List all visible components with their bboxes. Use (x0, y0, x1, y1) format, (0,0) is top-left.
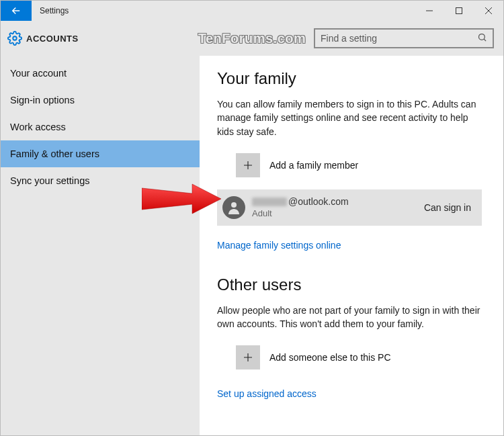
sidebar-item-work-access[interactable]: Work access (1, 114, 200, 140)
other-users-section: Other users Allow people who are not par… (217, 275, 482, 400)
svg-point-3 (231, 202, 237, 208)
content: Your family You can allow family members… (200, 56, 503, 435)
family-description: You can allow family members to sign in … (217, 97, 482, 138)
plus-icon (242, 159, 254, 171)
member-role: Adult (252, 208, 349, 218)
close-button[interactable] (474, 1, 503, 21)
back-button[interactable] (1, 1, 32, 21)
add-family-label: Add a family member (269, 160, 358, 171)
svg-rect-0 (456, 8, 462, 14)
add-other-user-row[interactable]: Add someone else to this PC (236, 345, 482, 369)
gear-icon (7, 31, 22, 46)
other-users-heading: Other users (217, 275, 482, 294)
sidebar-item-family-other-users[interactable]: Family & other users (1, 140, 200, 167)
member-info: @outlook.com Adult (252, 196, 349, 218)
svg-point-1 (13, 36, 17, 40)
search-input[interactable] (321, 33, 477, 44)
maximize-button[interactable] (444, 1, 474, 21)
add-other-label: Add someone else to this PC (269, 352, 391, 363)
sidebar: Your account Sign-in options Work access… (1, 56, 200, 435)
member-email: @outlook.com (252, 196, 349, 207)
add-family-plus[interactable] (236, 153, 260, 177)
header-title: ACCOUNTS (26, 34, 79, 44)
person-icon (226, 200, 242, 216)
header: ACCOUNTS TenForums.com (1, 21, 503, 56)
titlebar: Settings (1, 1, 503, 21)
add-other-plus[interactable] (236, 345, 260, 369)
avatar (222, 196, 245, 219)
watermark: TenForums.com (198, 31, 306, 46)
minimize-button[interactable] (415, 1, 444, 21)
body: Your account Sign-in options Work access… (1, 56, 503, 435)
sidebar-item-your-account[interactable]: Your account (1, 60, 200, 87)
svg-point-2 (479, 34, 485, 40)
add-family-member-row[interactable]: Add a family member (236, 153, 482, 177)
arrow-left-icon (10, 5, 22, 17)
minimize-icon (426, 7, 433, 14)
sidebar-item-sync-settings[interactable]: Sync your settings (1, 167, 200, 194)
member-status: Can sign in (424, 202, 471, 213)
window-title: Settings (32, 1, 77, 21)
settings-window: Settings ACCOUNTS TenForums.com Your acc… (0, 0, 504, 436)
plus-icon (242, 351, 254, 363)
sidebar-item-signin-options[interactable]: Sign-in options (1, 87, 200, 114)
maximize-icon (456, 7, 462, 14)
family-heading: Your family (217, 69, 482, 88)
assigned-access-link[interactable]: Set up assigned access (217, 388, 317, 399)
email-redacted (252, 198, 287, 206)
search-box[interactable] (314, 28, 494, 48)
email-domain: @outlook.com (288, 196, 349, 207)
family-member-row[interactable]: @outlook.com Adult Can sign in (217, 189, 482, 226)
close-icon (485, 7, 492, 14)
manage-family-link[interactable]: Manage family settings online (217, 240, 341, 251)
search-icon (477, 32, 487, 45)
other-users-description: Allow people who are not part of your fa… (217, 304, 482, 331)
